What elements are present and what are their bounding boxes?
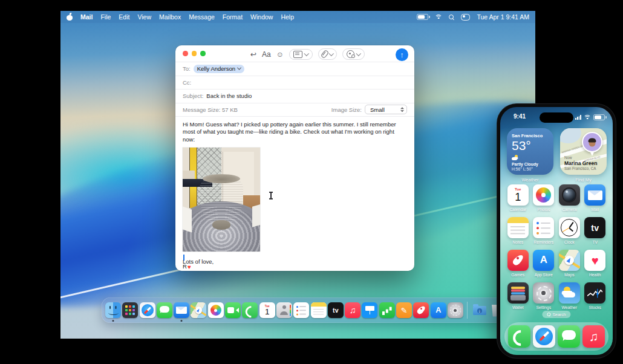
menu-message[interactable]: Message: [189, 13, 215, 21]
maps-arrow-icon: [195, 307, 203, 314]
menu-window[interactable]: Window: [250, 13, 273, 21]
emoji-icon[interactable]: ☺: [276, 51, 284, 58]
dock-item-appstore[interactable]: A: [431, 302, 446, 318]
dock-item-maps[interactable]: [191, 302, 206, 318]
app-photos[interactable]: Photos: [531, 184, 557, 212]
header-fields-button[interactable]: [289, 49, 313, 60]
send-button[interactable]: ↑: [396, 48, 408, 61]
weather-widget[interactable]: San Francisco 53° Partly Cloudy H:56° L:…: [507, 128, 553, 183]
recipient-pill[interactable]: Kelly Anderson: [194, 65, 244, 73]
maps-icon: [559, 250, 580, 271]
battery-icon[interactable]: [417, 14, 428, 20]
menu-edit[interactable]: Edit: [119, 13, 129, 21]
menu-help[interactable]: Help: [281, 13, 294, 21]
app-health[interactable]: ♥Health: [582, 250, 608, 277]
close-button[interactable]: [183, 51, 188, 56]
dock-item-finder[interactable]: [105, 302, 121, 318]
tv-glyph: tv: [333, 307, 339, 314]
menu-view[interactable]: View: [137, 13, 151, 21]
dock-item-downloads[interactable]: ↓: [472, 302, 488, 318]
app-tv[interactable]: tvTV: [582, 217, 608, 244]
dock-item-keynote[interactable]: [362, 302, 377, 318]
zoom-button[interactable]: [200, 51, 206, 56]
messages-icon[interactable]: [558, 325, 581, 348]
dock-item-music[interactable]: ♫: [345, 302, 360, 318]
cc-field[interactable]: Cc:: [175, 76, 414, 89]
app-label: Mail: [592, 207, 599, 212]
subject-field[interactable]: Subject: Back in the studio: [175, 89, 414, 103]
iphone-status-bar: 9:41: [500, 112, 613, 122]
app-games[interactable]: Games: [505, 250, 531, 277]
stepper-icon: [400, 108, 404, 112]
app-label: TV: [592, 240, 598, 244]
menu-bar-clock[interactable]: Tue Apr 1 9:41 AM: [477, 13, 529, 21]
fonts-icon[interactable]: Aa: [262, 51, 271, 58]
app-appstore[interactable]: AApp Store: [531, 250, 557, 277]
safari-icon: [140, 302, 155, 318]
menu-app-name[interactable]: Mail: [80, 13, 93, 21]
dock-item-notes[interactable]: [311, 302, 327, 318]
findmy-widget[interactable]: MARINA GREEN DR MARINA BLVD Now Marina G…: [560, 128, 607, 183]
pottery-photo[interactable]: [183, 148, 260, 252]
image-size-select[interactable]: Small: [365, 105, 407, 114]
reminders-icon: [293, 302, 309, 318]
control-center-icon[interactable]: [461, 14, 470, 21]
app-label: Weather: [561, 305, 577, 310]
app-reminders[interactable]: Reminders: [531, 217, 557, 244]
app-clock[interactable]: Clock: [556, 217, 582, 244]
message-body[interactable]: Hi Mom! Guess what? I picked up pottery …: [175, 116, 414, 271]
app-stocks[interactable]: Stocks: [582, 282, 608, 310]
undo-icon[interactable]: ↩: [250, 51, 256, 58]
widget-row: San Francisco 53° Partly Cloudy H:56° L:…: [507, 128, 606, 183]
menu-mailbox[interactable]: Mailbox: [159, 13, 181, 21]
dock: Tue1 tv ♫ ✎ A ↓: [102, 297, 505, 323]
findmy-widget-label: Find My: [560, 177, 607, 183]
app-wallet[interactable]: Wallet: [505, 282, 531, 310]
dock-item-mail[interactable]: [174, 302, 189, 318]
insert-media-button[interactable]: [342, 48, 365, 60]
dock-item-reminders[interactable]: [293, 302, 309, 318]
dock-item-settings[interactable]: [448, 302, 463, 318]
findmy-widget-card[interactable]: MARINA GREEN DR MARINA BLVD Now Marina G…: [560, 128, 607, 175]
dock-item-tv[interactable]: tv: [328, 302, 344, 318]
safari-icon[interactable]: [533, 325, 556, 348]
facetime-icon: [225, 302, 241, 318]
dock-item-launchpad[interactable]: [122, 302, 138, 318]
wifi-icon[interactable]: [435, 15, 442, 20]
apple-menu-icon[interactable]: [67, 13, 73, 21]
dock-item-phone[interactable]: [242, 302, 258, 318]
app-weather[interactable]: Weather: [556, 282, 582, 310]
dock-item-games[interactable]: [413, 302, 429, 318]
weather-widget-card[interactable]: San Francisco 53° Partly Cloudy H:56° L:…: [507, 128, 553, 175]
minimize-button[interactable]: [192, 51, 197, 56]
dock-item-safari[interactable]: [140, 302, 155, 318]
dock-item-calendar[interactable]: Tue1: [259, 302, 275, 318]
dock-item-photos[interactable]: [208, 302, 224, 318]
menu-format[interactable]: Format: [223, 13, 243, 21]
app-calendar[interactable]: Tue1Calendar: [505, 184, 531, 212]
app-label: Settings: [536, 305, 551, 310]
dock-item-contacts[interactable]: [276, 302, 292, 318]
body-paragraph: Hi Mom! Guess what? I picked up pottery …: [183, 121, 407, 143]
to-field[interactable]: To: Kelly Anderson: [175, 62, 414, 76]
subject-value: Back in the studio: [206, 93, 252, 99]
app-mail[interactable]: Mail: [582, 184, 608, 212]
app-notes[interactable]: Notes: [505, 217, 531, 244]
app-settings[interactable]: Settings: [531, 282, 557, 310]
app-maps[interactable]: Maps: [556, 250, 582, 277]
dock-item-facetime[interactable]: [225, 302, 241, 318]
findmy-location: San Francisco, CA: [564, 166, 597, 171]
app-camera[interactable]: Camera: [556, 184, 582, 212]
attachment-button[interactable]: [318, 48, 338, 60]
dock-item-messages[interactable]: [157, 302, 172, 318]
numbers-icon: [379, 302, 395, 318]
findmy-place: Marina Green: [564, 160, 597, 167]
dock-item-pages[interactable]: ✎: [396, 302, 412, 318]
menu-file[interactable]: File: [100, 13, 111, 21]
dock-item-numbers[interactable]: [379, 302, 395, 318]
music-icon[interactable]: ♫: [582, 325, 605, 348]
phone-icon[interactable]: [508, 325, 531, 348]
spotlight-search-pill[interactable]: Search: [542, 311, 570, 318]
photos-icon: [208, 302, 224, 318]
search-icon[interactable]: [449, 15, 454, 20]
